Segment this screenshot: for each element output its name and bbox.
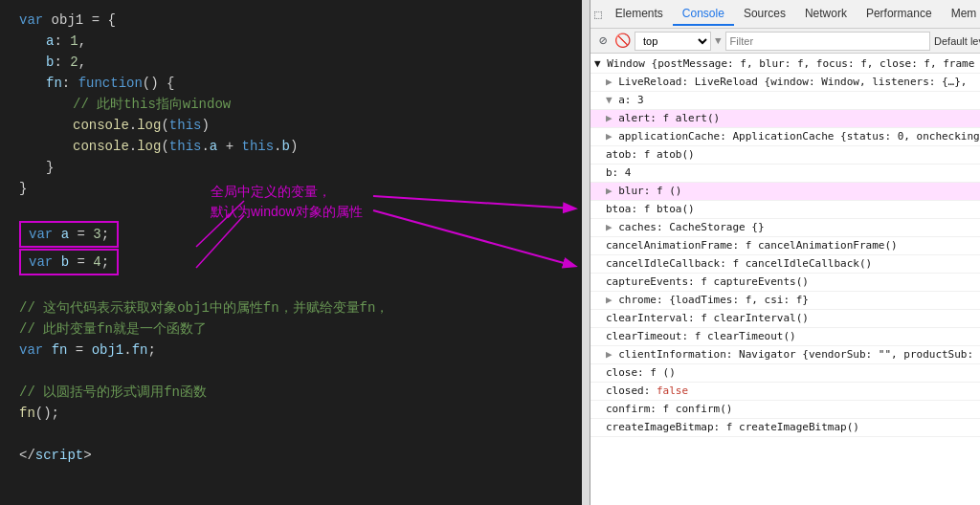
console-item: ▼ a: 3 (590, 92, 980, 110)
devtools-cursor-icon[interactable]: ⬚ (594, 7, 602, 22)
console-item: ▶ blur: f () (590, 183, 980, 201)
code-line: } (19, 157, 582, 178)
tab-memory[interactable]: Mem (942, 3, 980, 26)
code-line: // 以圆括号的形式调用fn函数 (19, 382, 582, 403)
panel-divider (582, 0, 590, 505)
console-item: confirm: f confirm() (590, 401, 980, 419)
code-line (19, 424, 582, 445)
console-item: ▶ caches: CacheStorage {} (590, 219, 980, 237)
code-line: </script> (19, 445, 582, 466)
console-item: b: 4 (590, 165, 980, 183)
devtools-tab-bar: ⬚ Elements Console Sources Network Perfo… (590, 0, 980, 29)
code-line: a: 1, (19, 31, 582, 52)
console-item: atob: f atob() (590, 146, 980, 165)
console-item: ▶ applicationCache: ApplicationCache {st… (590, 128, 980, 146)
code-line: fn: function() { (19, 73, 582, 94)
code-line: console.log(this.a + this.b) (19, 136, 582, 157)
console-item: ▶ chrome: {loadTimes: f, csi: f} (590, 292, 980, 310)
code-line: // 此时this指向window (19, 94, 582, 115)
code-line: // 这句代码表示获取对象obj1中的属性fn，并赋给变量fn， (19, 297, 582, 318)
code-line: var fn = obj1.fn; (19, 340, 582, 361)
console-item: ▶ LiveReload: LiveReload {window: Window… (590, 74, 980, 92)
tab-sources[interactable]: Sources (734, 3, 795, 26)
tab-network[interactable]: Network (795, 3, 857, 26)
console-dropdown-arrow: ▼ (715, 35, 722, 47)
console-item: close: f () (590, 364, 980, 383)
console-item: closed: false (590, 383, 980, 401)
console-item: captureEvents: f captureEvents() (590, 274, 980, 292)
console-item: clearTimeout: f clearTimeout() (590, 328, 980, 346)
console-context-select[interactable]: top (635, 32, 711, 51)
code-editor: var obj1 = {a: 1,b: 2,fn: function() {//… (0, 0, 582, 505)
console-item: ▼ Window {postMessage: f, blur: f, focus… (590, 55, 980, 74)
console-level-label: Default lev (934, 35, 980, 47)
console-clear-button[interactable]: ⊘ (594, 33, 612, 50)
console-item: ▶ alert: f alert() (590, 110, 980, 128)
code-line: // 此时变量fn就是一个函数了 (19, 318, 582, 340)
code-line: b: 2, (19, 52, 582, 73)
console-output[interactable]: ▼ Window {postMessage: f, blur: f, focus… (590, 54, 980, 505)
highlight-box: var b = 4; (19, 249, 119, 275)
console-item: clearInterval: f clearInterval() (590, 310, 980, 328)
annotation-text: 全局中定义的变量，默认为window对象的属性 (211, 182, 363, 222)
tab-elements[interactable]: Elements (606, 3, 673, 26)
console-item: btoa: f btoa() (590, 201, 980, 219)
console-item: createImageBitmap: f createImageBitmap() (590, 419, 980, 437)
code-line: fn(); (19, 403, 582, 424)
code-line: var obj1 = { (19, 10, 582, 31)
console-item: cancelIdleCallback: f cancelIdleCallback… (590, 255, 980, 274)
console-toolbar: ⊘ 🚫 top ▼ Default lev (590, 29, 980, 54)
code-line (19, 361, 582, 382)
code-line: console.log(this) (19, 115, 582, 136)
tab-performance[interactable]: Performance (857, 3, 942, 26)
console-filter-icon[interactable]: 🚫 (613, 33, 631, 50)
console-item: cancelAnimationFrame: f cancelAnimationF… (590, 237, 980, 255)
tab-console[interactable]: Console (673, 3, 734, 26)
code-line (19, 276, 582, 297)
highlight-box: var a = 3; (19, 221, 119, 248)
console-item: ▶ clientInformation: Navigator {vendorSu… (590, 346, 980, 364)
devtools-panel: ⬚ Elements Console Sources Network Perfo… (590, 0, 980, 505)
console-filter-input[interactable] (725, 32, 930, 51)
